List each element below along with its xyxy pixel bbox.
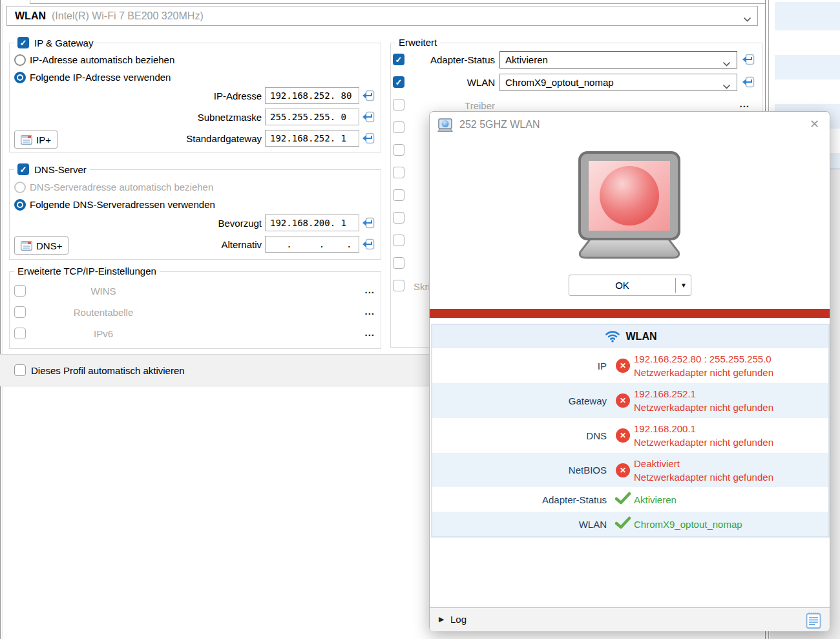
erweitert-checkbox-8[interactable]: [393, 212, 404, 224]
status-label: WLAN: [432, 519, 612, 530]
progress-bar: [430, 309, 830, 318]
ip-gateway-legend: IP & Gateway: [34, 37, 93, 48]
content-left-border: [3, 4, 3, 639]
wlan-checkbox[interactable]: [393, 76, 404, 88]
adapter-status-checkbox[interactable]: [393, 54, 404, 65]
adapter-status-label: Adapter-Status: [407, 54, 495, 66]
status-value: 192.168.252.80 : 255.255.255.0: [634, 352, 828, 366]
dns-auto-label: DNS-Serveradresse automatisch beziehen: [30, 182, 213, 193]
routes-more-button[interactable]: ...: [357, 306, 375, 317]
status-detail: Netzwerkadapter nicht gefunden: [634, 435, 828, 449]
ip-manual-radio[interactable]: [14, 72, 26, 83]
check-icon: [615, 516, 631, 532]
skript-checkbox[interactable]: [393, 280, 404, 291]
subnet-field[interactable]: 255.255.255. 0: [265, 109, 359, 125]
dns-preferred-label: Bevorzugt: [97, 218, 262, 229]
status-label: IP: [432, 361, 612, 372]
status-row-ip: IP 192.168.252.80 : 255.255.255.0 Netzwe…: [432, 348, 828, 383]
erweitert-checkbox-5[interactable]: [393, 144, 404, 156]
log-bar: ▶ Log: [430, 607, 830, 631]
routes-checkbox[interactable]: [14, 306, 26, 318]
wlan-apply-button[interactable]: [741, 76, 755, 89]
status-label: DNS: [432, 430, 612, 441]
error-icon: [616, 463, 630, 477]
log-notepad-icon[interactable]: [806, 611, 821, 632]
ok-button[interactable]: OK: [569, 275, 675, 295]
dns-auto-radio[interactable]: [14, 182, 26, 193]
erweitert-checkbox-10[interactable]: [393, 257, 404, 269]
expand-triangle-icon[interactable]: ▶: [439, 615, 444, 623]
erweitert-checkbox-9[interactable]: [393, 235, 404, 246]
status-list: WLAN IP 192.168.252.80 : 255.255.255.0 N…: [431, 324, 830, 538]
dns-preferred-apply-button[interactable]: [361, 216, 375, 229]
dns-legend: DNS-Server: [34, 164, 87, 175]
status-value: ChromX9_optout_nomap: [634, 518, 828, 531]
adapter-status-value: Aktivieren: [505, 54, 548, 65]
wins-checkbox[interactable]: [14, 285, 26, 297]
dns-alternate-label: Alternativ: [97, 239, 262, 251]
gateway-apply-button[interactable]: [361, 132, 375, 145]
app-window: WLAN (Intel(R) Wi-Fi 7 BE200 320MHz) IP …: [0, 0, 840, 639]
ip-auto-radio[interactable]: [14, 54, 26, 66]
erweitert-checkbox-6[interactable]: [393, 167, 404, 178]
error-icon: [616, 359, 630, 373]
treiber-label: Treiber: [407, 100, 495, 112]
routes-label: Routentabelle: [39, 307, 168, 318]
check-icon: [615, 492, 631, 507]
ip-address-apply-button[interactable]: [361, 89, 375, 102]
status-label: Gateway: [432, 395, 612, 406]
auto-profile-label: Dieses Profil automatisch aktivieren: [31, 365, 185, 377]
status-row-gateway: Gateway 192.168.252.1 Netzwerkadapter ni…: [432, 383, 828, 418]
ok-dropdown-button[interactable]: ▼: [677, 275, 691, 295]
error-icon: [616, 393, 630, 408]
dns-alternate-apply-button[interactable]: [361, 238, 375, 251]
auto-profile-checkbox[interactable]: [14, 364, 26, 376]
chevron-down-icon: [722, 81, 731, 91]
ip-address-field[interactable]: 192.168.252. 80: [265, 87, 359, 104]
adapter-type-label: WLAN: [15, 10, 46, 22]
adapter-select[interactable]: WLAN (Intel(R) Wi-Fi 7 BE200 320MHz): [6, 6, 758, 26]
dns-checkbox[interactable]: [17, 163, 29, 175]
subnet-label: Subnetzmaske: [97, 112, 262, 123]
ok-split-button: OK ▼: [569, 275, 691, 296]
status-label: NetBIOS: [432, 465, 612, 476]
dns-alternate-field[interactable]: . . .: [265, 236, 359, 253]
wifi-icon: [604, 328, 621, 345]
treiber-more-button[interactable]: ...: [731, 98, 750, 109]
close-icon[interactable]: ✕: [810, 117, 819, 131]
ipv6-more-button[interactable]: ...: [357, 327, 375, 338]
treiber-checkbox[interactable]: [393, 99, 404, 110]
dns-preferred-field[interactable]: 192.168.200. 1: [265, 215, 359, 231]
list-icon: [21, 135, 32, 145]
wins-more-button[interactable]: ...: [357, 284, 375, 295]
adapter-status-apply-button[interactable]: [741, 53, 755, 66]
dns-manual-label: Folgende DNS-Serveradressen verwenden: [30, 199, 215, 211]
ipv6-checkbox[interactable]: [14, 328, 26, 339]
ip-plus-label: IP+: [36, 134, 51, 145]
wlan-value: ChromX9_optout_nomap: [505, 77, 614, 88]
wlan-select[interactable]: ChromX9_optout_nomap: [499, 74, 737, 91]
status-row-adapter-status: Adapter-Status Aktivieren: [432, 487, 828, 512]
status-value: Deaktiviert: [634, 457, 828, 470]
ip-plus-button[interactable]: IP+: [14, 131, 58, 149]
status-detail: Netzwerkadapter nicht gefunden: [634, 470, 828, 484]
status-row-wlan: WLAN ChromX9_optout_nomap: [432, 512, 828, 536]
status-label: Adapter-Status: [432, 494, 612, 505]
erweitert-checkbox-4[interactable]: [393, 121, 404, 133]
tabstrip-line: [30, 3, 765, 4]
gateway-field[interactable]: 192.168.252. 1: [265, 130, 359, 147]
status-detail: Netzwerkadapter nicht gefunden: [634, 366, 828, 379]
erweitert-checkbox-7[interactable]: [393, 189, 404, 201]
dns-plus-button[interactable]: DNS+: [14, 236, 68, 255]
status-value: Aktivieren: [634, 493, 828, 507]
adapter-status-select[interactable]: Aktivieren: [499, 51, 737, 68]
subnet-apply-button[interactable]: [361, 110, 375, 123]
status-section-header: WLAN: [432, 325, 828, 348]
dns-manual-radio[interactable]: [14, 199, 26, 211]
log-label[interactable]: Log: [450, 614, 467, 625]
ip-gateway-checkbox[interactable]: [17, 37, 29, 48]
chevron-down-icon: [743, 14, 751, 25]
status-value: 192.168.252.1: [634, 387, 828, 401]
window-left-border: [0, 0, 1, 639]
status-row-netbios: NetBIOS Deaktiviert Netzwerkadapter nich…: [432, 453, 828, 487]
